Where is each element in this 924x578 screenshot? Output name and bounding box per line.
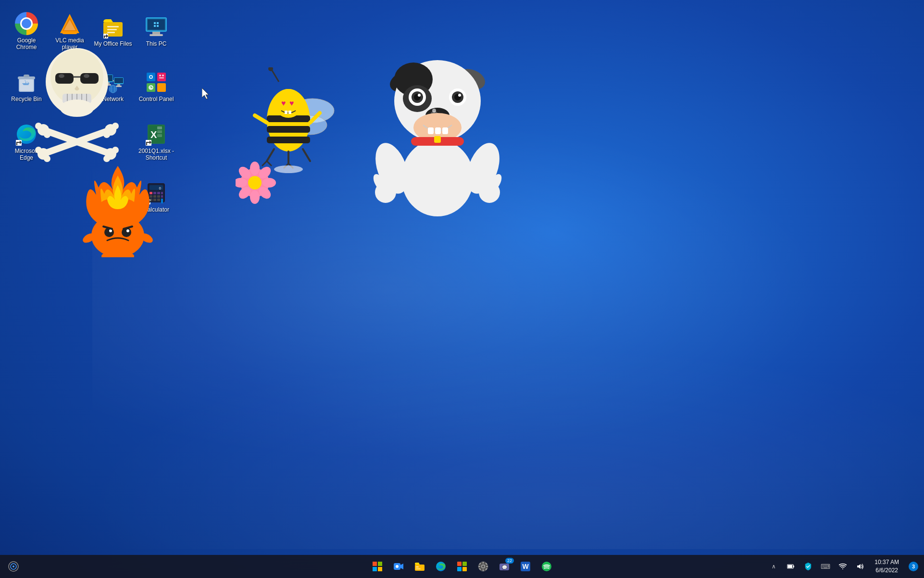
svg-line-124	[255, 115, 267, 123]
svg-point-146	[394, 60, 481, 142]
desktop-icon-calculator[interactable]: 0	[135, 171, 178, 224]
taskbar-right: ∧ ⌨	[767, 557, 920, 576]
svg-rect-60	[157, 126, 162, 129]
svg-rect-123	[288, 111, 291, 114]
svg-rect-22	[24, 75, 29, 77]
svg-point-144	[387, 68, 421, 96]
desktop-icon-office-files[interactable]: My Office Files	[91, 5, 135, 58]
svg-rect-206	[483, 569, 484, 571]
svg-point-47	[150, 76, 152, 78]
svg-point-169	[371, 172, 388, 194]
svg-point-193	[396, 565, 399, 568]
tray-battery[interactable]	[784, 557, 798, 576]
settings-button[interactable]	[474, 557, 493, 576]
start-button[interactable]	[368, 557, 387, 576]
svg-point-170	[461, 138, 506, 198]
desktop-icon-chrome[interactable]: Google Chrome	[5, 5, 48, 58]
svg-point-172	[486, 172, 504, 194]
svg-point-145	[454, 65, 488, 93]
svg-point-148	[403, 85, 432, 112]
tray-volume[interactable]	[853, 557, 867, 576]
clock-display[interactable]: 10:37 AM 6/6/2022	[871, 558, 903, 575]
tray-keyboard[interactable]: ⌨	[819, 557, 832, 576]
control-panel-icon	[145, 71, 168, 94]
zoom-button[interactable]	[389, 557, 408, 576]
svg-marker-192	[400, 564, 403, 569]
svg-point-134	[262, 178, 276, 188]
svg-rect-208	[486, 566, 488, 567]
svg-point-155	[454, 94, 461, 101]
spotify-button[interactable]	[537, 557, 556, 576]
desktop-icons-area: Google Chrome VLC media player	[0, 0, 183, 284]
desktop-icon-excel[interactable]: X 2001Q1.xlsx - Shortcut	[135, 115, 178, 168]
teams-button[interactable]: 💬 22	[495, 557, 514, 576]
svg-line-140	[267, 161, 272, 166]
svg-rect-61	[157, 130, 162, 133]
svg-point-186	[12, 565, 14, 567]
tray-chevron[interactable]: ∧	[767, 557, 780, 576]
svg-rect-76	[161, 195, 163, 198]
svg-line-141	[284, 163, 288, 168]
svg-line-142	[288, 163, 293, 168]
svg-point-154	[452, 91, 463, 103]
desktop: Google Chrome VLC media player	[0, 0, 924, 578]
svg-point-151	[414, 94, 421, 101]
taskbar: 💬 22 W	[0, 555, 924, 578]
notification-count: 3	[909, 562, 918, 571]
desktop-icon-this-pc[interactable]: This PC	[135, 5, 178, 58]
taskbar-center: 💬 22 W	[368, 557, 556, 576]
desktop-icon-vlc[interactable]: VLC media player	[48, 5, 91, 58]
svg-rect-162	[442, 127, 448, 134]
tray-wifi[interactable]	[836, 557, 849, 576]
taskbar-edge-button[interactable]	[431, 557, 450, 576]
desktop-icon-brian-burgess[interactable]: Brian Burgess	[48, 60, 91, 113]
svg-rect-18	[157, 25, 159, 27]
svg-point-147	[394, 63, 433, 96]
svg-rect-70	[153, 192, 156, 194]
svg-rect-35	[116, 86, 122, 87]
svg-point-158	[431, 111, 437, 116]
notification-center[interactable]: 3	[907, 557, 920, 576]
svg-rect-29	[103, 75, 112, 81]
svg-rect-5	[107, 26, 119, 27]
svg-point-157	[425, 108, 450, 123]
svg-rect-74	[153, 195, 156, 198]
desktop-icon-network[interactable]: Network	[91, 60, 135, 113]
svg-rect-16	[157, 22, 159, 24]
svg-rect-196	[416, 568, 421, 569]
svg-point-131	[250, 162, 260, 175]
svg-rect-161	[435, 127, 441, 134]
svg-rect-78	[153, 199, 156, 201]
ms-store-button[interactable]	[452, 557, 472, 576]
svg-rect-7	[107, 32, 115, 33]
recycle-bin-icon	[15, 71, 38, 94]
tray-shield[interactable]	[801, 557, 815, 576]
svg-rect-62	[157, 134, 162, 137]
svg-rect-207	[478, 566, 480, 567]
file-explorer-button[interactable]	[410, 557, 429, 576]
svg-rect-15	[154, 22, 156, 24]
desktop-icon-edge[interactable]: Microsoft Edge	[5, 115, 48, 168]
excel-icon: X	[145, 123, 168, 146]
svg-rect-194	[415, 565, 425, 571]
clock-date: 6/6/2022	[875, 566, 898, 575]
svg-line-126	[267, 149, 274, 161]
svg-point-149	[409, 88, 426, 106]
excel-label: 2001Q1.xlsx - Shortcut	[137, 148, 175, 162]
brian-burgess-icon	[58, 71, 81, 94]
desktop-icon-control-panel[interactable]: Control Panel	[135, 60, 178, 113]
svg-rect-17	[154, 25, 156, 27]
dog-character	[365, 53, 510, 226]
cortana-button[interactable]	[4, 557, 23, 576]
svg-point-113	[291, 99, 334, 123]
word-button[interactable]: W	[516, 557, 535, 576]
svg-text:X: X	[150, 129, 157, 140]
svg-point-153	[449, 88, 466, 106]
svg-rect-122	[285, 111, 287, 114]
desktop-icon-recycle-bin[interactable]: Recycle Bin	[5, 60, 48, 113]
vlc-icon	[58, 12, 81, 35]
svg-rect-12	[152, 32, 160, 34]
edge-label: Microsoft Edge	[7, 148, 46, 162]
control-panel-label: Control Panel	[139, 96, 174, 102]
svg-rect-6	[107, 29, 117, 30]
